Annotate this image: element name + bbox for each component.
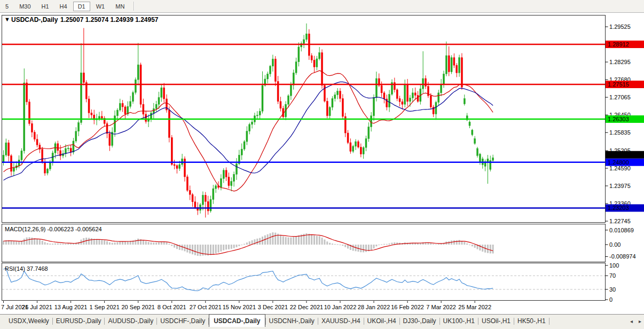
time-axis-label: 27 Oct 2021 [190,304,222,310]
macd-bar [46,243,48,245]
tab-hk50-h1[interactable]: HK50-,H1 [514,315,549,326]
candle-body [31,123,33,132]
macd-bar [143,240,144,245]
macd-bar [98,239,100,245]
macd-bar [57,244,59,245]
candle-body [65,148,66,154]
timeframe-button-M30[interactable]: M30 [14,2,35,11]
macd-bar [119,241,121,245]
macd-bar [200,245,201,256]
macd-bar [438,244,439,245]
tab-eurusd-daily[interactable]: EURUSD-,Daily [53,315,105,326]
timeframe-button-W1[interactable]: W1 [91,2,110,11]
timeframe-button-D1[interactable]: D1 [73,2,90,11]
candle-body [23,83,25,151]
macd-bar [231,245,232,249]
candle-body [409,98,411,101]
timeframe-button-5[interactable]: 5 [1,2,13,11]
macd-bar [391,242,393,245]
macd-bar [44,242,46,245]
macd-bar [182,245,183,250]
macd-bar [342,245,343,246]
macd-bar [116,242,118,245]
macd-bar [168,244,170,245]
candle-body [29,102,30,123]
macd-bar [197,245,199,256]
candle-body [49,163,51,169]
macd-bar [313,236,315,245]
candle-body [21,151,22,160]
candle-body [425,79,427,87]
chart-title-symbol: USDCAD-,Daily [11,16,58,24]
candle-body [132,92,134,101]
macd-bar [218,245,219,253]
candle-body [8,143,10,155]
tab-ukoil-h4[interactable]: UKOil-,H4 [364,315,399,326]
toolbar-separator [133,2,135,11]
tab-usdchf-daily[interactable]: USDCHF-,Daily [157,315,208,326]
tab-xauusd-h4[interactable]: XAUUSD-,H4 [318,315,364,326]
macd-bar [274,233,276,245]
candle-body [109,134,111,146]
macd-bar [246,242,248,245]
candle-body [383,93,385,99]
macd-tick-label: -0.008974 [609,253,636,260]
rsi-tick-label: 70 [609,272,616,279]
macd-bar [215,245,217,253]
candle-body [11,156,12,171]
candle-body [106,123,108,134]
macd-bar [272,232,273,245]
candle-body [288,96,289,104]
candle-body [290,85,292,96]
time-axis-label: 26 Jul 2021 [22,304,52,310]
timeframe-button-H4[interactable]: H4 [55,2,72,11]
candle-body [451,58,452,72]
macd-bar [220,245,222,252]
level-price-label: 1.26303 [608,116,629,122]
tab-uk100-h1[interactable]: UK100-,H1 [440,315,478,326]
candle-body [145,114,147,122]
candle-body [158,97,160,104]
candle-body [186,177,188,190]
macd-tick-label: 0.00 [609,241,621,248]
candle-body [143,104,144,114]
tabs-scroll-left-arrow[interactable]: ◂ [630,319,633,324]
timeframe-toolbar: 5M30H1H4D1W1MN [0,0,644,13]
macd-bar [298,236,300,245]
price-tick-label: 1.25835 [609,129,631,136]
macd-bar [148,242,150,245]
current-price-label: 1.24957 [608,152,629,158]
candle-body [438,93,439,103]
candle-body [472,130,473,135]
candle-body [155,104,157,108]
candle-body [464,99,465,104]
timeframe-button-MN[interactable]: MN [111,2,129,11]
candle-body [236,163,238,174]
candle-body [73,141,74,152]
price-tick-label: 1.22745 [609,218,631,224]
macd-bar [112,243,113,245]
macd-bar [3,241,4,245]
tab-usdcad-daily[interactable]: USDCAD-,Daily [209,314,265,327]
candle-body [176,166,178,169]
macd-bar [337,244,339,245]
chart-canvas: 1.295251.282951.276801.270651.264501.258… [0,0,644,329]
candle-body [399,99,400,102]
macd-bar [15,241,17,245]
macd-bar [332,244,333,245]
tab-usdx-weekly[interactable]: USDX,Weekly [5,315,52,326]
tab-usoil-h1[interactable]: USOil-,H1 [478,315,514,326]
candle-body [332,99,333,107]
tab-dj30-daily[interactable]: DJ30-,Daily [400,315,439,326]
rsi-tick-label: 100 [609,262,619,269]
tabs-scroll-right-arrow[interactable]: ▸ [639,319,641,324]
tab-usdcnh-daily[interactable]: USDCNH-,Daily [266,315,318,326]
timeframe-button-H1[interactable]: H1 [37,2,54,11]
tab-audusd-daily[interactable]: AUDUSD-,Daily [105,315,156,326]
symbol-dropdown-icon[interactable]: ▼ [4,16,10,22]
macd-bar [492,245,494,254]
macd-bar [236,245,238,247]
macd-bar [472,245,473,246]
time-axis-label: 22 Dec 2021 [290,304,323,310]
macd-bar [360,245,362,252]
